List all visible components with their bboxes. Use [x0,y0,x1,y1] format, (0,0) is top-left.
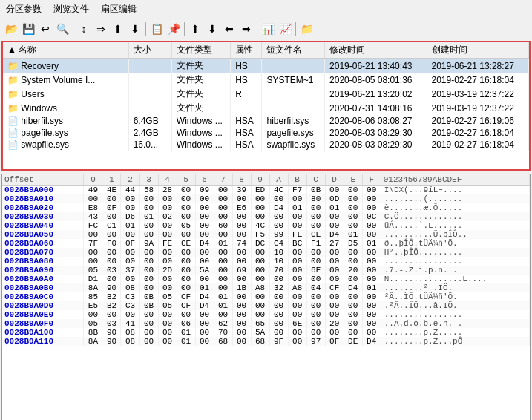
hex-byte: 00 [306,248,325,257]
toolbar-undo[interactable]: ↩ [37,21,53,37]
toolbar-btn3[interactable]: ⬆ [110,21,126,37]
hex-byte: CF [325,283,344,292]
hex-byte: 00 [251,292,269,301]
hex-byte: E6 [232,203,251,212]
menu-sector[interactable]: 扇区编辑 [98,1,139,17]
col-header-attr[interactable]: 属性 [231,42,262,59]
hex-byte: 05 [177,221,195,230]
hex-row[interactable]: 0028B9A090050337002D005A00690070006E0020… [2,266,530,275]
hex-row[interactable]: 0028B9A0A0D10000000000000000000000000000… [2,275,530,283]
hex-scroll[interactable]: Offset0123456789ABCDEF0123456789ABCDEF 0… [2,174,530,420]
hex-byte: 00 [269,310,288,319]
hex-byte: 00 [306,319,325,328]
hex-byte: 00 [102,257,121,266]
hex-byte: 00 [232,301,251,310]
toolbar-nav-up[interactable]: ⬆ [187,21,203,37]
col-header-created[interactable]: 创建时间 [427,42,529,59]
file-attr: HSA [231,139,262,151]
col-header-name[interactable]: ▲ 名称 [3,42,128,59]
hex-ascii: N...............L.... [381,275,529,283]
hex-byte: 00 [344,275,362,283]
hex-offset: 0028B9A090 [2,266,84,275]
hex-row[interactable]: 0028B9A050000000000000000000F599FECED401… [2,230,530,239]
hex-row[interactable]: 0028B9A040FCC1010000050060004C0000000000… [2,221,530,230]
table-row[interactable]: 📄 hiberfil.sys 6.4GB Windows ... HSA hib… [3,115,529,127]
hex-byte: 58 [139,186,158,195]
hex-row[interactable]: 0028B9A0B08A900800000001001BA832A804CFD4… [2,283,530,292]
toolbar-copy[interactable]: 📋 [148,21,165,37]
toolbar-goto[interactable]: ↕ [76,21,92,37]
table-row[interactable]: 📄 swapfile.sys 16.0... Windows ... HSA s… [3,139,529,151]
hex-byte: 00 [251,248,269,257]
hex-byte: 43 [84,212,102,221]
hex-byte: 00 [158,230,177,239]
col-header-type[interactable]: 文件类型 [171,42,230,59]
menu-browse[interactable]: 浏览文件 [50,1,92,17]
toolbar-nav-left[interactable]: ⬅ [221,21,237,37]
hex-row[interactable]: 0028B9A1008B90080000010070005A0000000000… [2,328,530,337]
toolbar-open[interactable]: 📂 [3,21,19,37]
hex-ascii: H²..þÎÔ......... [381,248,529,257]
hex-byte: 00 [214,310,232,319]
hex-ascii: .²Â..ÏÔ...â.IÖ. [381,301,529,310]
hex-byte: 00 [195,328,214,337]
toolbar-save[interactable]: 💾 [20,21,36,37]
table-row[interactable]: 📁 Users 文件夹 R 2019-06-21 13:20:02 2019-0… [3,87,529,101]
table-row[interactable]: 📁 Recovery 文件夹 HS 2019-06-21 13:40:43 20… [3,59,529,73]
hex-row[interactable]: 0028B9A0C085B2C30B05CFD40100000000000000… [2,292,530,301]
toolbar-paste[interactable]: 📌 [165,21,182,37]
hex-byte-header: 1 [102,174,121,186]
hex-byte: DC [251,239,269,248]
toolbar-chart[interactable]: 📈 [277,21,293,37]
hex-row[interactable]: 0028B9A080000000000000000000001000000000… [2,257,530,266]
hex-row[interactable]: 0028B9A0F005034100000600620065006E002000… [2,319,530,328]
hex-row[interactable]: 0028B9A0D0E5B2C30B05CFD40100000000000000… [2,301,530,310]
hex-byte: CE [177,239,195,248]
hex-row[interactable]: 0028B9A0304300D6010200000000000000000000… [2,212,530,221]
hex-byte: 00 [158,328,177,337]
toolbar-props[interactable]: 📊 [260,21,276,37]
toolbar-btn2[interactable]: ⇒ [93,21,109,37]
hex-byte: 00 [84,248,102,257]
hex-row[interactable]: 0028B9A070000000000000000000001000000000… [2,248,530,257]
toolbar-nav-right[interactable]: ➡ [238,21,254,37]
hex-row[interactable]: 0028B9A0E0000000000000000000000000000000… [2,310,530,319]
hex-byte: 00 [177,212,195,221]
hex-byte: 0C [362,212,381,221]
hex-offset: 0028B9A000 [2,186,84,195]
col-header-short[interactable]: 短文件名 [262,42,325,59]
hex-byte: 06 [177,319,195,328]
file-attr: HS [231,59,262,73]
hex-byte: 00 [306,212,325,221]
hex-offset: 0028B9A0E0 [2,310,84,319]
hex-byte: 2D [158,266,177,275]
menu-partition[interactable]: 分区参数 [3,1,45,17]
toolbar-folder[interactable]: 📁 [298,21,315,37]
hex-byte: 7F [84,239,102,248]
hex-byte: 00 [269,292,288,301]
hex-byte: 00 [214,186,232,195]
hex-offset-header: Offset [2,174,84,186]
hex-byte: 0B [139,292,158,301]
toolbar-btn4[interactable]: ⬇ [127,21,143,37]
hex-byte: 62 [214,319,232,328]
table-row[interactable]: 📁 Windows 文件夹 2020-07-31 14:08:16 2019-0… [3,101,529,115]
file-created: 2019-03-19 12:37:22 [427,101,529,115]
file-short: swapfile.sys [262,139,325,151]
hex-row[interactable]: 0028B9A000494E44582800090039ED4CF70B0000… [2,186,530,195]
hex-byte: 00 [325,212,344,221]
hex-row[interactable]: 0028B9A010000000000000000000000000800D00… [2,194,530,203]
hex-row[interactable]: 0028B9A020E80F000000000000E600D401000100… [2,203,530,212]
hex-byte: 00 [344,203,362,212]
col-header-modified[interactable]: 修改时间 [325,42,427,59]
hex-byte-header: 9 [251,174,269,186]
file-name: 📁 Windows [3,101,128,115]
hex-byte: 00 [139,221,158,230]
col-header-size[interactable]: 大小 [128,42,171,59]
table-row[interactable]: 📁 System Volume I... 文件夹 HS SYSTEM~1 202… [3,73,529,87]
table-row[interactable]: 📄 pagefile.sys 2.4GB Windows ... HSA pag… [3,127,529,139]
hex-row[interactable]: 0028B9A1108A9008000001006800689F00970FDE… [2,337,530,346]
toolbar-nav-down[interactable]: ⬇ [204,21,220,37]
toolbar-search[interactable]: 🔍 [54,21,70,37]
hex-row[interactable]: 0028B9A0607FF00F9AFECED40174DCC4BCF127D5… [2,239,530,248]
